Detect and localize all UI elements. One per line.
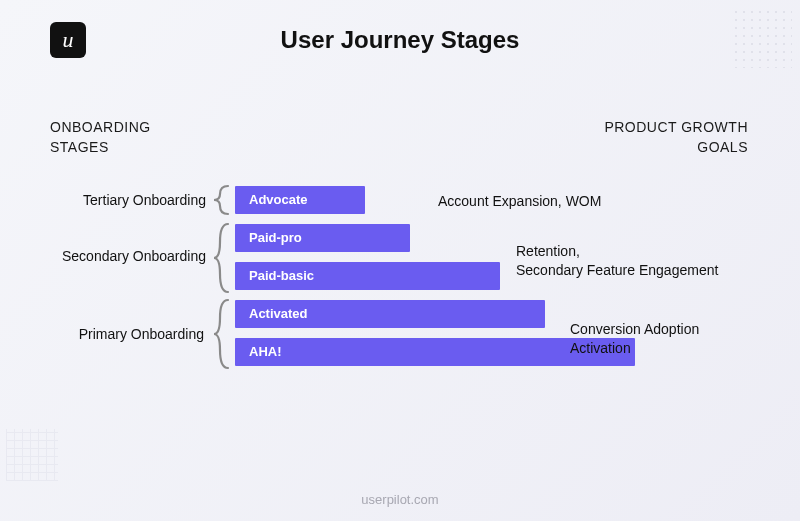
right-column-heading: PRODUCT GROWTH GOALS bbox=[604, 118, 748, 157]
brace-tertiary-icon bbox=[212, 184, 232, 216]
goal-primary-l2: Activation bbox=[570, 340, 631, 356]
decorative-grid bbox=[6, 429, 58, 481]
bar-activated: Activated bbox=[235, 300, 545, 328]
right-column-heading-l1: PRODUCT GROWTH bbox=[604, 119, 748, 135]
goal-secondary: Retention, Secondary Feature Engagement bbox=[516, 242, 718, 280]
stage-label-tertiary: Tertiary Onboarding bbox=[66, 192, 206, 208]
brace-secondary-icon bbox=[212, 222, 232, 294]
footer-credit: userpilot.com bbox=[0, 492, 800, 507]
stage-label-secondary: Secondary Onboarding bbox=[48, 248, 206, 264]
bar-paid-pro: Paid-pro bbox=[235, 224, 410, 252]
brace-primary-icon bbox=[212, 298, 232, 370]
goal-secondary-l2: Secondary Feature Engagement bbox=[516, 262, 718, 278]
bar-advocate: Advocate bbox=[235, 186, 365, 214]
bar-paid-basic: Paid-basic bbox=[235, 262, 500, 290]
right-column-heading-l2: GOALS bbox=[697, 139, 748, 155]
goal-secondary-l1: Retention, bbox=[516, 243, 580, 259]
goal-primary: Conversion Adoption Activation bbox=[570, 320, 699, 358]
goal-tertiary: Account Expansion, WOM bbox=[438, 192, 601, 211]
page-title: User Journey Stages bbox=[0, 26, 800, 54]
stage-label-primary: Primary Onboarding bbox=[64, 326, 204, 342]
left-column-heading-l1: ONBOARDING bbox=[50, 119, 151, 135]
left-column-heading: ONBOARDING STAGES bbox=[50, 118, 151, 157]
goal-primary-l1: Conversion Adoption bbox=[570, 321, 699, 337]
left-column-heading-l2: STAGES bbox=[50, 139, 109, 155]
